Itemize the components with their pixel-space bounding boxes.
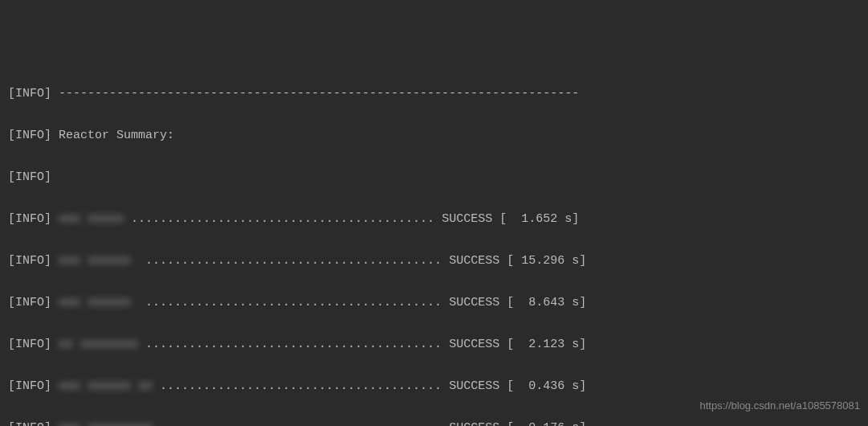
log-line-reactor-summary: [INFO] Reactor Summary: xyxy=(8,125,860,146)
log-line-module: [INFO] xx xxxxxxxx .....................… xyxy=(8,334,860,355)
module-name-blurred: xxx xxxxxxxxx xyxy=(59,418,153,426)
module-name-blurred: xxx xxxxxx xx xyxy=(59,376,153,397)
log-line-module: [INFO] xxx xxxxx .......................… xyxy=(8,209,860,230)
log-line-module: [INFO] xxx xxxxxxxxx ...................… xyxy=(8,418,860,426)
module-name-blurred: xx xxxxxxxx xyxy=(59,334,138,355)
module-name-blurred: xxx xxxxxx xyxy=(59,293,131,313)
module-name-blurred: xxx xxxxx xyxy=(59,209,124,230)
log-line-separator: [INFO] ---------------------------------… xyxy=(8,84,860,104)
log-line-module: [INFO] xxx xxxxxx ......................… xyxy=(8,293,860,313)
log-line-empty: [INFO] xyxy=(8,167,860,188)
log-line-module: [INFO] xxx xxxxxx ......................… xyxy=(8,251,860,272)
log-line-module: [INFO] xxx xxxxxx xx ...................… xyxy=(8,376,860,397)
module-name-blurred: xxx xxxxxx xyxy=(59,251,131,272)
watermark-text: https://blog.csdn.net/a1085578081 xyxy=(700,395,861,416)
